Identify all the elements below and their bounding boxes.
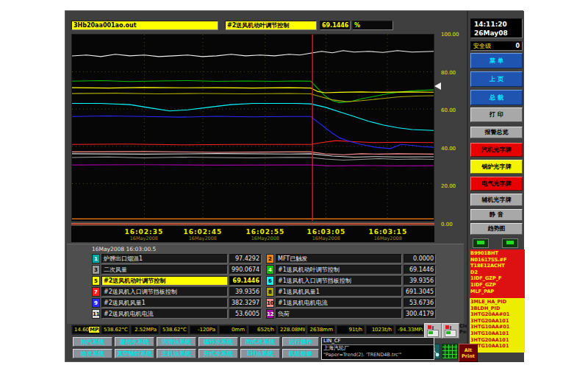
y-tick-label: 80.00 [441,70,456,76]
y-tick-label: 20.00 [441,183,456,189]
alarm-item[interactable]: 3HTG20AA101 [470,318,524,325]
alarm-item[interactable]: 1IDF_GZP [470,282,524,289]
pen-value: 300.4179 [404,309,436,319]
x-axis-labels: 16:02:3516May200816:02:4516May200816:02:… [71,226,434,242]
legend-row-pen-4[interactable]: 4#1送风机动叶调节控制69.1446 [266,265,436,275]
valve-green-indicator [429,331,433,334]
rp-button-trend-chart[interactable]: 趋势图 [470,223,523,235]
valve-icon-2[interactable] [442,323,459,339]
legend-row-pen-7[interactable]: 7#2送风机入口调节挡板控制39.9356 [92,287,262,297]
legend-row-pen-9[interactable]: 9#2送风机风量1382.3297 [92,298,262,308]
valve-green-indicator [446,331,451,334]
security-level: 安全级 0 [470,41,523,51]
legend-row-pen-2[interactable]: 2MFT已触发0.0000 [266,254,436,263]
y-axis-scale: 100.0080.0060.0040.0020.000.00 [436,34,464,231]
nav-button[interactable]: 给水系统 [73,349,112,358]
x-tick-time: 16:02:45 [183,228,222,236]
pen-label: #1送风机动叶调节控制 [276,265,402,275]
rp-button-boiler-annunciator[interactable]: 锅炉光字牌 [470,160,523,174]
trend-plot-svg [72,35,434,221]
alarm-item[interactable]: B9901BHT [470,250,524,257]
alarm-item[interactable]: 3HTG20AA101 [470,337,524,344]
pen-value: 0.0000 [404,254,436,263]
alarm-item[interactable]: D2 [470,269,524,276]
trend-line-1 [72,51,434,57]
grid-icon[interactable] [442,344,458,359]
point-name-field[interactable]: #2送风机动叶调节控制 [225,21,317,30]
rp-button-mute[interactable]: 静 音 [470,209,523,221]
pen-number-chip: 11 [92,309,100,319]
rp-button-alarm-summary[interactable]: 报警总览 [470,127,523,138]
trend-line-5 [72,88,434,93]
nav-button[interactable]: 润滑油系统 [157,337,196,347]
pen-label: #1送风机风量1 [276,287,402,297]
alarm-item[interactable]: 1IDF_GZP_F [470,275,524,282]
screen: 3Hb20aa001ao.out #2送风机动叶调节控制 69.1446 % 1… [0,0,588,368]
trend-chart[interactable] [71,34,434,222]
legend-row-pen-12[interactable]: 12负荷300.4179 [266,309,436,319]
alarm-item[interactable]: MLF_PAP [470,289,524,295]
nav-button[interactable]: 凝结水系统 [115,337,154,347]
alarm-item[interactable]: N01617SS.#F [470,257,524,263]
valve-icon-1[interactable] [424,323,442,339]
legend-row-pen-3[interactable]: 3二次风量990.0674 [92,265,262,275]
trend-line-7 [72,141,434,145]
rp-button-overview[interactable]: 总 貌 [470,90,523,105]
nav-button[interactable]: 抽汽系统 [73,337,112,347]
status-segment: 652t/h [248,325,276,334]
legend-row-pen-5[interactable]: 5#2送风机动叶调节控制69.1446 [92,276,262,286]
alarm-item[interactable]: 3HTG20AA#01 [470,311,524,318]
x-tick-date: 16May2008 [312,236,340,241]
rp-button-auxiliary-annunciator[interactable]: 辅机光字牌 [470,194,523,206]
legend-row-pen-11[interactable]: 11#2送风机电机电流53.6005 [92,309,262,319]
value-pointer-icon[interactable] [434,82,441,90]
pen-label: #1送风机电机电流 [276,298,402,308]
pen-label: 炉膛出口烟温1 [101,254,228,263]
nav-button[interactable]: 真空轴封系统 [115,349,154,358]
alarm-item[interactable]: 3HTG10AA101 [470,343,524,350]
nav-button[interactable]: 运行操作 [282,337,319,347]
legend-row-pen-6[interactable]: 6#1送风机入口调节挡板控制39.9356 [266,276,436,286]
legend-row-pen-1[interactable]: 1炉膛出口烟温197.4292 [92,254,262,263]
legend-timestamp: 16May2008 16:03:00.5 [92,246,156,252]
rp-button-prev-page[interactable]: 上 页 [470,71,523,87]
time-axis-strip [71,223,434,225]
legend-row-pen-8[interactable]: 8#1送风机风量1691.3045 [266,287,436,297]
rp-button-menu[interactable]: 菜 单 [470,53,523,68]
alarm-list-red: B9901BHTN01617SS.#FT18E12ACHTD21IDF_GZP_… [470,250,525,298]
rp-button-electrical-annunciator[interactable]: 电气光字牌 [470,177,523,191]
nav-button[interactable]: 机组检修 [282,349,319,358]
legend-row-pen-10[interactable]: 10#1送风机电机电流53.6736 [266,298,436,308]
pen-number-chip: 2 [266,254,274,263]
y-tick-label: 40.00 [441,146,456,152]
page-down-glyph [506,241,514,244]
pen-number-chip: 10 [266,298,274,308]
pen-label: #2送风机风量1 [101,298,228,308]
page-down-icon[interactable] [502,238,518,248]
x-tick-date: 16May2008 [251,236,279,241]
info-box-line1: 上海汽轮厂 [322,345,434,352]
alarm-item[interactable]: T18E12ACHT [470,263,524,269]
alarm-item[interactable]: 3HTG10AA101 [470,330,524,337]
security-label: 安全级 [473,42,491,50]
nav-button[interactable]: 主机油系统 [157,349,196,358]
status-bar: 14.60MPa538.62°C2.52MPa538.62°C-120Pa0mm… [71,325,424,335]
alarm-item[interactable]: 3BLDH_PID [470,305,524,312]
trend-line-12 [72,165,434,166]
nav-button[interactable]: EH油系统 [240,349,280,358]
rp-button-turbine-annunciator[interactable]: 汽机光字牌 [470,143,523,157]
status-segment: -120Pa [190,325,218,334]
pen-value: 69.1446 [229,276,262,286]
alarm-item[interactable]: 3HTG10AA#01 [470,324,524,330]
alarm-item[interactable]: 3MLE_HA_PID [470,299,524,305]
page-up-icon[interactable] [473,238,489,248]
nav-button[interactable]: 循环水系统 [198,337,238,347]
rp-button-print[interactable]: 打 印 [470,107,523,122]
alt-print-button[interactable]: Alt Print [459,344,478,362]
point-id-field[interactable]: 3Hb20aa001ao.out [71,21,218,30]
pen-value: 39.9356 [404,276,436,286]
pen-value: 691.3045 [404,287,436,297]
nav-button[interactable]: 开式水系统 [198,349,238,358]
pen-value: 39.9356 [229,287,262,297]
nav-button[interactable]: 闭式水系统 [240,337,280,347]
